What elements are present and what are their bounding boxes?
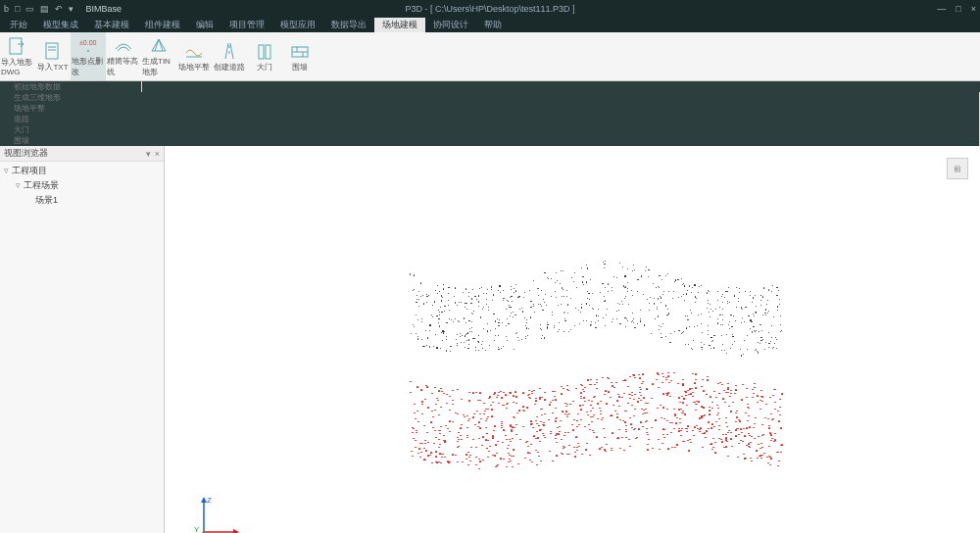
group-label-wall: 围墙: [0, 135, 980, 146]
ribbon-group-labels: 初始地形数据 生成三维地形 场地平整 道路 大门 围墙: [0, 81, 980, 146]
import-txt-icon: [43, 41, 63, 61]
viewcube[interactable]: 前: [947, 158, 968, 179]
edit-points-button[interactable]: ±0.00 地形点删改: [71, 32, 106, 80]
qat-save-icon[interactable]: ▤: [40, 4, 49, 14]
simplify-contour-button[interactable]: 精简等高线: [106, 32, 141, 80]
tab-project-management[interactable]: 项目管理: [221, 18, 272, 32]
import-txt-button[interactable]: 导入TXT: [35, 32, 71, 80]
tree-node-scene-1[interactable]: 场景1: [4, 193, 160, 208]
group-label-flatten: 场地平整: [0, 103, 980, 114]
panel-close-icon[interactable]: ×: [155, 149, 160, 159]
tab-model-integration[interactable]: 模型集成: [35, 18, 86, 32]
group-label-3d-terrain: 生成三维地形: [0, 92, 980, 103]
tree-node-scene-group[interactable]: ▿工程场景: [4, 178, 160, 193]
app-brand: BIMBase: [85, 4, 122, 14]
minimize-button[interactable]: —: [937, 4, 946, 14]
window-controls: — □ ×: [937, 4, 976, 14]
ribbon-tabs: 开始 模型集成 基本建模 组件建模 编辑 项目管理 模型应用 数据导出 场地建模…: [0, 18, 980, 32]
point-cloud-upper: [410, 254, 782, 362]
svg-rect-10: [266, 45, 270, 59]
tab-start[interactable]: 开始: [2, 18, 35, 32]
app-logo-icon[interactable]: b: [4, 4, 9, 14]
svg-rect-0: [10, 38, 22, 54]
title-bar: b □ ▭ ▤ ↶ ▾ BIMBase P3D - [ C:\Users\HP\…: [0, 0, 980, 18]
generate-tin-button[interactable]: 生成TIN地形: [141, 32, 176, 80]
svg-point-5: [87, 50, 89, 52]
qat-dropdown-icon[interactable]: ▾: [69, 4, 74, 14]
simplify-contour-icon: [114, 35, 133, 55]
tab-basic-modeling[interactable]: 基本建模: [86, 18, 137, 32]
qat-new-icon[interactable]: □: [15, 4, 20, 14]
import-dwg-button[interactable]: 导入地形DWG: [0, 32, 35, 80]
tin-icon: [149, 35, 169, 55]
group-label-road: 道路: [0, 114, 980, 124]
wall-icon: [290, 41, 310, 61]
side-panel: 视图浏览器 ▾ × ▿工程项目 ▿工程场景 场景1: [0, 146, 165, 533]
project-tree: ▿工程项目 ▿工程场景 场景1: [0, 162, 164, 533]
site-flatten-button[interactable]: 场地平整: [176, 32, 212, 80]
wall-button[interactable]: 围墙: [282, 32, 318, 80]
close-button[interactable]: ×: [971, 4, 976, 14]
flatten-icon: [184, 41, 204, 61]
axis-gizmo: Z X Y: [194, 493, 243, 533]
document-title: P3D - [ C:\Users\HP\Desktop\test111.P3D …: [405, 4, 574, 14]
axis-z-label: Z: [207, 496, 212, 505]
svg-text:±0.00: ±0.00: [79, 39, 97, 46]
tab-component-modeling[interactable]: 组件建模: [137, 18, 188, 32]
tab-edit[interactable]: 编辑: [188, 18, 221, 32]
panel-title: 视图浏览器: [4, 147, 48, 160]
axis-y-label: Y: [194, 525, 200, 533]
tab-data-export[interactable]: 数据导出: [323, 18, 374, 32]
qat-undo-icon[interactable]: ↶: [55, 4, 63, 14]
edit-points-icon: ±0.00: [78, 35, 98, 55]
maximize-button[interactable]: □: [956, 4, 960, 14]
viewport-3d[interactable]: 前 Z X Y: [165, 146, 980, 533]
tab-site-modeling[interactable]: 场地建模: [374, 18, 425, 32]
ribbon: 导入地形DWG 导入TXT ±0.00 地形点删改 精简等高线 生成TIN地形 …: [0, 32, 980, 146]
panel-header: 视图浏览器 ▾ ×: [0, 146, 164, 162]
svg-rect-1: [46, 43, 58, 59]
import-dwg-icon: [8, 36, 27, 56]
gate-button[interactable]: 大门: [247, 32, 282, 80]
point-cloud-lower: [410, 371, 782, 469]
tab-collaborative-design[interactable]: 协同设计: [425, 18, 476, 32]
svg-rect-9: [259, 45, 264, 59]
quick-access-toolbar: b □ ▭ ▤ ↶ ▾: [4, 4, 74, 14]
road-icon: [220, 41, 239, 61]
group-label-initial-terrain: 初始地形数据: [0, 81, 142, 92]
tab-help[interactable]: 帮助: [476, 18, 510, 32]
group-label-gate: 大门: [0, 124, 980, 135]
qat-open-icon[interactable]: ▭: [25, 4, 34, 14]
tab-model-application[interactable]: 模型应用: [272, 18, 323, 32]
panel-pin-icon[interactable]: ▾: [146, 149, 151, 159]
create-road-button[interactable]: 创建道路: [212, 32, 247, 80]
gate-icon: [255, 41, 274, 61]
tree-node-project[interactable]: ▿工程项目: [4, 164, 160, 178]
